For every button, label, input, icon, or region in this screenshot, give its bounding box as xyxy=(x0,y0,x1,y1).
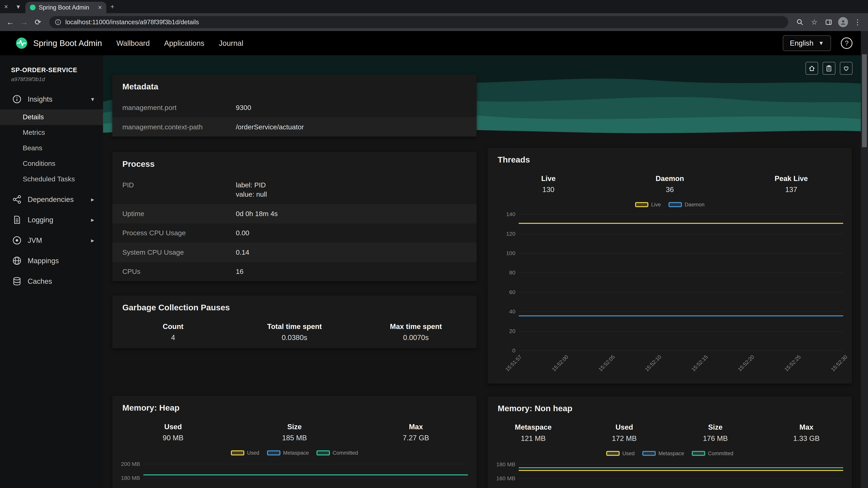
sidebar-item-insights[interactable]: Insights ▾ xyxy=(0,89,103,109)
legend-live-swatch xyxy=(635,202,648,207)
left-column: Metadata management.port 9300 management… xyxy=(112,75,476,488)
tab-search-chevron-icon[interactable]: ▾ xyxy=(12,3,25,10)
stat-value: 7.27 GB xyxy=(355,434,476,442)
screen: × ▾ Spring Boot Admin × + ← → ⟳ localhos… xyxy=(0,0,868,488)
stat: Count 4 xyxy=(112,322,234,342)
reload-button[interactable]: ⟳ xyxy=(31,18,45,27)
forward-button[interactable]: → xyxy=(17,18,31,27)
sidebar-item-jvm[interactable]: JVM ▸ xyxy=(0,230,103,251)
stat-label: Max xyxy=(355,423,476,431)
language-selector-value: English xyxy=(790,39,813,47)
spring-boot-admin-logo-icon xyxy=(16,37,28,49)
row-value: 9300 xyxy=(236,103,251,112)
help-button[interactable]: ? xyxy=(841,37,852,49)
row-key: management.port xyxy=(122,103,236,112)
database-icon xyxy=(12,276,22,286)
tab-close-icon[interactable]: × xyxy=(98,4,102,11)
url-bar[interactable]: localhost:11000/instances/a978f39f3b1d/d… xyxy=(49,16,788,28)
stat: Size 176 MB xyxy=(670,423,761,443)
brand[interactable]: Spring Boot Admin xyxy=(16,37,102,49)
stat: Metaspace 121 MB xyxy=(488,423,579,443)
gc-stats: Count 4 Total time spent 0.0380s Max tim… xyxy=(112,319,476,348)
new-tab-button[interactable]: + xyxy=(106,3,119,10)
series-line-live xyxy=(519,223,843,224)
browser-tab-strip: × ▾ Spring Boot Admin × + xyxy=(0,0,868,13)
legend-used-swatch xyxy=(606,451,619,456)
sidebar-item-label: Caches xyxy=(28,277,52,286)
x-tick-label: 15:52:10 xyxy=(633,354,663,383)
main-panel: Metadata management.port 9300 management… xyxy=(103,55,868,488)
table-row: management.context-path /orderService/ac… xyxy=(112,117,476,136)
sidebar-instance-id: a978f39f3b1d xyxy=(11,76,92,83)
page-scrollbar[interactable] xyxy=(861,31,868,488)
x-tick-label: 15:52:05 xyxy=(587,354,616,383)
app-navbar: Spring Boot Admin Wallboard Applications… xyxy=(0,31,868,56)
nav-link-applications[interactable]: Applications xyxy=(164,39,205,47)
stat-label: Size xyxy=(234,423,355,431)
sidebar-item-scheduled-tasks[interactable]: Scheduled Tasks xyxy=(0,171,103,187)
browser-tab[interactable]: Spring Boot Admin × xyxy=(25,2,106,13)
memory-heap-card: Memory: Heap Used 90 MB Size 185 MB xyxy=(112,396,476,488)
x-tick-label: 15:51:57 xyxy=(494,354,523,383)
metadata-rows: management.port 9300 management.context-… xyxy=(112,98,476,136)
stat: Used 172 MB xyxy=(579,423,670,443)
chevron-right-icon: ▸ xyxy=(91,237,94,244)
language-selector[interactable]: English ▼ xyxy=(783,35,831,51)
nav-link-wallboard[interactable]: Wallboard xyxy=(117,39,150,47)
nonheap-stats: Metaspace 121 MB Used 172 MB Size 176 MB xyxy=(488,420,852,449)
legend-metaspace-swatch xyxy=(267,450,280,455)
threads-card: Threads Live 130 Daemon 36 Peak xyxy=(488,148,852,384)
stat: Size 185 MB xyxy=(234,423,355,442)
card-title: Memory: Heap xyxy=(112,396,476,419)
legend-item: Live xyxy=(635,201,661,208)
card-title: Garbage Collection Pauses xyxy=(112,296,476,319)
row-key: PID xyxy=(122,181,236,199)
browser-menu-icon[interactable]: ⋮ xyxy=(850,18,865,26)
sidebar-item-label: JVM xyxy=(28,236,42,245)
stat: Max time spent 0.0070s xyxy=(355,322,476,342)
nav-link-journal[interactable]: Journal xyxy=(219,39,243,47)
row-value: 0d 0h 18m 4s xyxy=(236,209,278,218)
sidebar-item-dependencies[interactable]: Dependencies ▸ xyxy=(0,189,103,210)
series-line-committed xyxy=(519,467,843,468)
site-info-icon[interactable] xyxy=(55,19,61,25)
sidebar-item-label: Logging xyxy=(28,216,53,224)
legend-metaspace-swatch xyxy=(642,451,655,456)
window-close-icon[interactable]: × xyxy=(0,3,12,10)
series-line-used xyxy=(519,470,843,471)
profile-avatar-icon[interactable] xyxy=(836,17,850,27)
stat-label: Metaspace xyxy=(488,423,579,431)
stat-value: 130 xyxy=(488,186,609,194)
info-circle-icon xyxy=(12,94,22,104)
tab-title: Spring Boot Admin xyxy=(39,4,95,11)
row-key: CPUs xyxy=(122,267,236,276)
sidebar-item-mappings[interactable]: Mappings xyxy=(0,251,103,271)
chart-legend: Used Metaspace Committed xyxy=(112,449,476,458)
bookmark-star-icon[interactable]: ☆ xyxy=(807,18,822,26)
sidebar-item-metrics[interactable]: Metrics xyxy=(0,125,103,140)
cards-grid: Metadata management.port 9300 management… xyxy=(103,55,868,488)
table-row: CPUs 16 xyxy=(112,262,476,281)
table-row: Uptime 0d 0h 18m 4s xyxy=(112,204,476,223)
back-button[interactable]: ← xyxy=(3,18,17,27)
chevron-right-icon: ▸ xyxy=(91,216,94,223)
sidebar-item-logging[interactable]: Logging ▸ xyxy=(0,210,103,230)
side-panel-icon[interactable] xyxy=(822,19,836,26)
sidebar-item-beans[interactable]: Beans xyxy=(0,140,103,156)
memory-heap-chart: 200 MB180 MB160 MB xyxy=(112,458,476,488)
scrollbar-thumb[interactable] xyxy=(862,54,867,147)
process-rows: PID label: PID value: null Uptime 0d 0h … xyxy=(112,175,476,281)
sidebar-item-details[interactable]: Details xyxy=(0,109,103,125)
zoom-icon[interactable] xyxy=(793,19,807,26)
sidebar-insights-submenu: Details Metrics Beans Conditions Schedul… xyxy=(0,109,103,189)
chevron-down-icon: ▼ xyxy=(818,40,824,46)
row-key: Uptime xyxy=(122,209,236,218)
sidebar-item-conditions[interactable]: Conditions xyxy=(0,156,103,171)
row-value: 0.14 xyxy=(236,248,249,257)
stat-label: Max time spent xyxy=(355,322,476,331)
stat-label: Peak Live xyxy=(731,174,852,183)
sidebar-item-label: Insights xyxy=(28,95,53,103)
right-column: Threads Live 130 Daemon 36 Peak xyxy=(488,148,852,488)
sidebar-item-caches[interactable]: Caches xyxy=(0,271,103,292)
stat: Max 1.33 GB xyxy=(761,423,852,443)
